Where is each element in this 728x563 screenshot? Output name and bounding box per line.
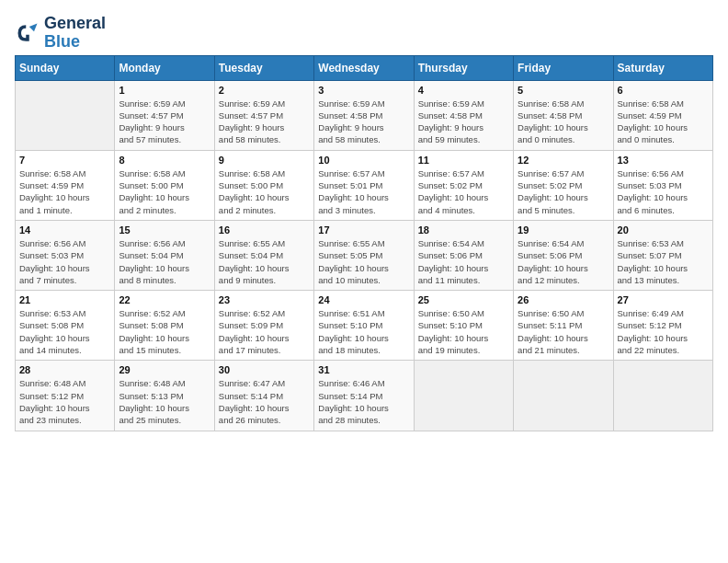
day-number: 11 bbox=[418, 155, 509, 166]
day-number: 17 bbox=[318, 224, 409, 236]
day-number: 19 bbox=[518, 224, 609, 236]
calendar-cell: 10Sunrise: 6:57 AM Sunset: 5:01 PM Dayli… bbox=[314, 150, 414, 220]
day-info: Sunrise: 6:56 AM Sunset: 5:03 PM Dayligh… bbox=[19, 237, 110, 286]
day-header-monday: Monday bbox=[115, 55, 214, 80]
calendar-cell: 25Sunrise: 6:50 AM Sunset: 5:10 PM Dayli… bbox=[414, 291, 513, 361]
calendar-table: SundayMondayTuesdayWednesdayThursdayFrid… bbox=[15, 55, 713, 431]
day-info: Sunrise: 6:48 AM Sunset: 5:13 PM Dayligh… bbox=[119, 377, 210, 426]
day-number: 14 bbox=[19, 224, 110, 236]
calendar-cell: 2Sunrise: 6:59 AM Sunset: 4:57 PM Daylig… bbox=[214, 80, 313, 150]
calendar-cell: 16Sunrise: 6:55 AM Sunset: 5:04 PM Dayli… bbox=[214, 220, 313, 290]
day-info: Sunrise: 6:59 AM Sunset: 4:57 PM Dayligh… bbox=[219, 98, 310, 146]
day-number: 20 bbox=[618, 224, 709, 236]
day-number: 7 bbox=[19, 155, 110, 166]
calendar-cell: 28Sunrise: 6:48 AM Sunset: 5:12 PM Dayli… bbox=[16, 361, 115, 431]
calendar-cell: 9Sunrise: 6:58 AM Sunset: 5:00 PM Daylig… bbox=[214, 150, 313, 220]
calendar-week-row: 21Sunrise: 6:53 AM Sunset: 5:08 PM Dayli… bbox=[16, 291, 713, 361]
day-info: Sunrise: 6:51 AM Sunset: 5:10 PM Dayligh… bbox=[318, 307, 409, 356]
day-info: Sunrise: 6:46 AM Sunset: 5:14 PM Dayligh… bbox=[318, 377, 409, 426]
day-info: Sunrise: 6:53 AM Sunset: 5:08 PM Dayligh… bbox=[19, 307, 110, 356]
day-number: 13 bbox=[618, 155, 709, 166]
day-number: 4 bbox=[418, 85, 509, 96]
day-header-wednesday: Wednesday bbox=[314, 55, 414, 80]
calendar-cell: 17Sunrise: 6:55 AM Sunset: 5:05 PM Dayli… bbox=[314, 220, 414, 290]
day-number: 24 bbox=[318, 294, 409, 305]
day-info: Sunrise: 6:57 AM Sunset: 5:02 PM Dayligh… bbox=[518, 167, 609, 216]
logo-icon bbox=[15, 20, 40, 46]
day-number: 12 bbox=[518, 155, 609, 166]
calendar-cell: 27Sunrise: 6:49 AM Sunset: 5:12 PM Dayli… bbox=[613, 291, 712, 361]
calendar-cell: 7Sunrise: 6:58 AM Sunset: 4:59 PM Daylig… bbox=[16, 150, 115, 220]
calendar-cell: 26Sunrise: 6:50 AM Sunset: 5:11 PM Dayli… bbox=[514, 291, 613, 361]
day-header-saturday: Saturday bbox=[613, 55, 712, 80]
day-info: Sunrise: 6:53 AM Sunset: 5:07 PM Dayligh… bbox=[618, 237, 709, 286]
day-info: Sunrise: 6:58 AM Sunset: 4:58 PM Dayligh… bbox=[518, 98, 609, 146]
calendar-header-row: SundayMondayTuesdayWednesdayThursdayFrid… bbox=[16, 55, 713, 80]
day-header-tuesday: Tuesday bbox=[214, 55, 313, 80]
calendar-cell: 20Sunrise: 6:53 AM Sunset: 5:07 PM Dayli… bbox=[613, 220, 712, 290]
day-number: 26 bbox=[518, 294, 609, 305]
day-info: Sunrise: 6:58 AM Sunset: 5:00 PM Dayligh… bbox=[119, 167, 210, 216]
day-info: Sunrise: 6:47 AM Sunset: 5:14 PM Dayligh… bbox=[219, 377, 310, 426]
calendar-cell: 19Sunrise: 6:54 AM Sunset: 5:06 PM Dayli… bbox=[514, 220, 613, 290]
day-number: 31 bbox=[318, 364, 409, 375]
day-info: Sunrise: 6:50 AM Sunset: 5:10 PM Dayligh… bbox=[418, 307, 509, 356]
calendar-cell: 6Sunrise: 6:58 AM Sunset: 4:59 PM Daylig… bbox=[613, 80, 712, 150]
calendar-cell bbox=[613, 361, 712, 431]
day-info: Sunrise: 6:55 AM Sunset: 5:04 PM Dayligh… bbox=[219, 237, 310, 286]
day-info: Sunrise: 6:59 AM Sunset: 4:57 PM Dayligh… bbox=[119, 98, 210, 146]
day-info: Sunrise: 6:50 AM Sunset: 5:11 PM Dayligh… bbox=[518, 307, 609, 356]
day-number: 6 bbox=[618, 85, 709, 96]
day-info: Sunrise: 6:52 AM Sunset: 5:08 PM Dayligh… bbox=[119, 307, 210, 356]
day-number: 21 bbox=[19, 294, 110, 305]
calendar-cell: 22Sunrise: 6:52 AM Sunset: 5:08 PM Dayli… bbox=[115, 291, 214, 361]
day-number: 5 bbox=[518, 85, 609, 96]
day-info: Sunrise: 6:56 AM Sunset: 5:04 PM Dayligh… bbox=[119, 237, 210, 286]
calendar-cell: 4Sunrise: 6:59 AM Sunset: 4:58 PM Daylig… bbox=[414, 80, 513, 150]
calendar-cell: 18Sunrise: 6:54 AM Sunset: 5:06 PM Dayli… bbox=[414, 220, 513, 290]
calendar-cell: 31Sunrise: 6:46 AM Sunset: 5:14 PM Dayli… bbox=[314, 361, 414, 431]
calendar-cell: 30Sunrise: 6:47 AM Sunset: 5:14 PM Dayli… bbox=[214, 361, 313, 431]
day-info: Sunrise: 6:58 AM Sunset: 4:59 PM Dayligh… bbox=[19, 167, 110, 216]
calendar-week-row: 1Sunrise: 6:59 AM Sunset: 4:57 PM Daylig… bbox=[16, 80, 713, 150]
day-info: Sunrise: 6:57 AM Sunset: 5:01 PM Dayligh… bbox=[318, 167, 409, 216]
day-number: 27 bbox=[618, 294, 709, 305]
calendar-cell: 15Sunrise: 6:56 AM Sunset: 5:04 PM Dayli… bbox=[115, 220, 214, 290]
calendar-cell: 14Sunrise: 6:56 AM Sunset: 5:03 PM Dayli… bbox=[16, 220, 115, 290]
day-header-sunday: Sunday bbox=[16, 55, 115, 80]
calendar-cell: 5Sunrise: 6:58 AM Sunset: 4:58 PM Daylig… bbox=[514, 80, 613, 150]
calendar-week-row: 14Sunrise: 6:56 AM Sunset: 5:03 PM Dayli… bbox=[16, 220, 713, 290]
calendar-cell bbox=[16, 80, 115, 150]
day-number: 18 bbox=[418, 224, 509, 236]
calendar-cell: 13Sunrise: 6:56 AM Sunset: 5:03 PM Dayli… bbox=[613, 150, 712, 220]
day-header-thursday: Thursday bbox=[414, 55, 513, 80]
day-header-friday: Friday bbox=[514, 55, 613, 80]
logo-text: General Blue bbox=[44, 15, 106, 52]
day-info: Sunrise: 6:48 AM Sunset: 5:12 PM Dayligh… bbox=[19, 377, 110, 426]
day-number: 30 bbox=[219, 364, 310, 375]
day-info: Sunrise: 6:56 AM Sunset: 5:03 PM Dayligh… bbox=[618, 167, 709, 216]
day-number: 1 bbox=[119, 85, 210, 96]
day-number: 8 bbox=[119, 155, 210, 166]
day-info: Sunrise: 6:54 AM Sunset: 5:06 PM Dayligh… bbox=[418, 237, 509, 286]
day-number: 3 bbox=[318, 85, 409, 96]
day-info: Sunrise: 6:49 AM Sunset: 5:12 PM Dayligh… bbox=[618, 307, 709, 356]
day-number: 10 bbox=[318, 155, 409, 166]
calendar-cell: 1Sunrise: 6:59 AM Sunset: 4:57 PM Daylig… bbox=[115, 80, 214, 150]
logo: General Blue bbox=[15, 15, 106, 52]
day-info: Sunrise: 6:59 AM Sunset: 4:58 PM Dayligh… bbox=[318, 98, 409, 146]
day-info: Sunrise: 6:58 AM Sunset: 5:00 PM Dayligh… bbox=[219, 167, 310, 216]
calendar-cell: 8Sunrise: 6:58 AM Sunset: 5:00 PM Daylig… bbox=[115, 150, 214, 220]
day-number: 2 bbox=[219, 85, 310, 96]
calendar-cell: 12Sunrise: 6:57 AM Sunset: 5:02 PM Dayli… bbox=[514, 150, 613, 220]
day-info: Sunrise: 6:58 AM Sunset: 4:59 PM Dayligh… bbox=[618, 98, 709, 146]
calendar-cell: 21Sunrise: 6:53 AM Sunset: 5:08 PM Dayli… bbox=[16, 291, 115, 361]
day-number: 25 bbox=[418, 294, 509, 305]
day-number: 23 bbox=[219, 294, 310, 305]
day-info: Sunrise: 6:59 AM Sunset: 4:58 PM Dayligh… bbox=[418, 98, 509, 146]
day-number: 15 bbox=[119, 224, 210, 236]
day-info: Sunrise: 6:54 AM Sunset: 5:06 PM Dayligh… bbox=[518, 237, 609, 286]
calendar-cell bbox=[514, 361, 613, 431]
calendar-cell: 3Sunrise: 6:59 AM Sunset: 4:58 PM Daylig… bbox=[314, 80, 414, 150]
day-number: 22 bbox=[119, 294, 210, 305]
